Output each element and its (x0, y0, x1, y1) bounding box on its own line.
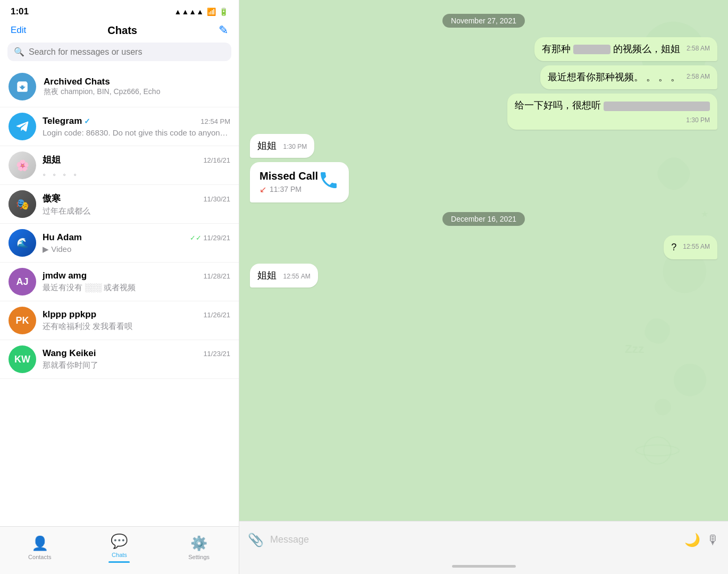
chat-item-telegram[interactable]: Telegram ✓ 12:54 PM Login code: 86830. D… (0, 107, 239, 146)
chat-date-jmdw: 11/28/21 (203, 272, 230, 280)
chat-date-aokhan: 11/30/21 (203, 195, 230, 203)
chat-info-jiejie: 姐姐 12/16/21 。 。 。 。 (43, 154, 230, 178)
contacts-icon: 👤 (31, 535, 48, 552)
nav-chats-label: Chats (112, 552, 127, 558)
chat-preview-telegram: Login code: 86830. Do not give this code… (43, 128, 230, 137)
chat-date-telegram: 12:54 PM (200, 117, 230, 125)
signal-icon: ▲▲▲▲ (174, 7, 204, 16)
chat-top-row-wang: Wang Keikei 11/23/21 (43, 348, 230, 359)
verified-badge: ✓ (84, 117, 90, 125)
message-3: 给一下好吗，很想听 1:30 PM (250, 94, 717, 129)
chat-preview-huadam: ▶ Video (43, 244, 230, 254)
chat-top-row: Telegram ✓ 12:54 PM (43, 116, 230, 126)
message-text-3: 给一下好吗，很想听 (515, 100, 710, 111)
message-bubble-4: 姐姐 1:30 PM (250, 134, 314, 158)
search-input[interactable] (29, 47, 225, 57)
nav-chats[interactable]: 💬 Chats (98, 533, 140, 563)
chats-header: Edit Chats ✎ (0, 20, 239, 43)
chat-info-huadam: Hu Adam ✓✓ 11/29/21 ▶ Video (43, 232, 230, 254)
chat-top-row-aokhan: 傲寒 11/30/21 (43, 192, 230, 205)
chat-item-jmdw[interactable]: AJ jmdw amg 11/28/21 最近有没有 ░░░ 或者视频 (0, 263, 239, 301)
call-phone-icon (318, 170, 339, 195)
chat-name-klppp: klppp ppkpp (43, 309, 96, 320)
chat-name-jiejie: 姐姐 (43, 154, 61, 166)
nav-contacts-label: Contacts (28, 554, 51, 560)
chat-item-jiejie[interactable]: 🌸 姐姐 12/16/21 。 。 。 。 (0, 146, 239, 185)
home-indicator (239, 558, 728, 574)
chat-area: November 27, 2021 有那种 的视频么，姐姐 2:58 AM 最近… (239, 0, 728, 521)
chat-name-telegram: Telegram ✓ (43, 116, 90, 126)
chat-date-huadam: ✓✓ 11/29/21 (190, 234, 230, 242)
blurred-1 (573, 45, 610, 54)
chat-item-huadam[interactable]: 🌊 Hu Adam ✓✓ 11/29/21 ▶ Video (0, 224, 239, 263)
call-time: 11:37 PM (270, 185, 302, 193)
message-text-4: 姐姐 (257, 140, 277, 151)
archived-chats-item[interactable]: Archived Chats 熬夜 champion, BIN, Cpz666,… (0, 66, 239, 107)
bottom-nav: 👤 Contacts 💬 Chats ⚙️ Settings (0, 526, 239, 574)
message-time-6: 12:55 AM (683, 243, 710, 250)
message-text-1: 有那种 的视频么，姐姐 (542, 44, 680, 54)
call-info: Missed Call ↙ 11:37 PM (260, 170, 318, 195)
message-2: 最近想看你那种视频。 。 。 。 2:58 AM (250, 65, 717, 89)
avatar-huadam: 🌊 (9, 229, 36, 257)
chat-name-wang: Wang Keikei (43, 348, 96, 359)
chat-name-jmdw: jmdw amg (43, 271, 87, 281)
chat-top-row-klppp: klppp ppkpp 11/26/21 (43, 309, 230, 320)
nav-contacts[interactable]: 👤 Contacts (19, 535, 61, 560)
message-5-call: Missed Call ↙ 11:37 PM (250, 162, 717, 202)
home-bar (452, 565, 516, 568)
message-time-3: 1:30 PM (686, 116, 710, 124)
chat-name-huadam: Hu Adam (43, 232, 82, 243)
message-time-4: 1:30 PM (283, 143, 307, 150)
status-icons: ▲▲▲▲ 📶 🔋 (174, 7, 228, 16)
message-text-2: 最近想看你那种视频。 。 。 。 (548, 72, 680, 82)
message-bubble-1: 有那种 的视频么，姐姐 2:58 AM (534, 37, 717, 61)
message-bubble-7: 姐姐 12:55 AM (250, 264, 318, 288)
chat-item-wang[interactable]: KW Wang Keikei 11/23/21 那就看你时间了 (0, 340, 239, 379)
chat-preview-jmdw: 最近有没有 ░░░ 或者视频 (43, 283, 230, 293)
message-time-1: 2:58 AM (687, 45, 710, 52)
message-text-6: ? (671, 242, 676, 252)
message-1: 有那种 的视频么，姐姐 2:58 AM (250, 37, 717, 61)
chat-info-jmdw: jmdw amg 11/28/21 最近有没有 ░░░ 或者视频 (43, 271, 230, 293)
battery-icon: 🔋 (219, 7, 228, 16)
archived-info: Archived Chats 熬夜 champion, BIN, Cpz666,… (44, 77, 230, 97)
chat-top-row-jiejie: 姐姐 12/16/21 (43, 154, 230, 166)
chat-item-aokhan[interactable]: 🎭 傲寒 11/30/21 过年在成都么 (0, 185, 239, 224)
mic-button[interactable]: 🎙 (707, 533, 719, 547)
compose-button[interactable]: ✎ (219, 23, 228, 37)
attach-button[interactable]: 📎 (248, 533, 264, 547)
avatar-telegram (9, 113, 36, 140)
search-bar[interactable]: 🔍 (7, 43, 231, 61)
settings-icon: ⚙️ (190, 535, 207, 552)
date-divider-dec: December 16, 2021 (250, 212, 717, 226)
call-time-row: ↙ 11:37 PM (260, 184, 318, 195)
call-title: Missed Call (260, 170, 318, 182)
chat-info-wang: Wang Keikei 11/23/21 那就看你时间了 (43, 348, 230, 370)
nav-settings-label: Settings (188, 554, 210, 560)
nav-settings[interactable]: ⚙️ Settings (178, 535, 220, 560)
active-indicator (108, 561, 130, 563)
message-bubble-call: Missed Call ↙ 11:37 PM (250, 162, 349, 202)
message-input[interactable] (270, 534, 678, 545)
archived-avatar (9, 73, 36, 100)
avatar-aokhan: 🎭 (9, 190, 36, 218)
missed-call-arrow: ↙ (260, 184, 266, 195)
message-7: 姐姐 12:55 AM (250, 264, 717, 288)
chat-date-klppp: 11/26/21 (203, 311, 230, 319)
left-panel: 1:01 ▲▲▲▲ 📶 🔋 Edit Chats ✎ 🔍 Archived Ch… (0, 0, 239, 574)
right-panel: ★ ★ ★ Zzz November 27, 2021 有那种 的视频么，姐姐 … (239, 0, 728, 574)
chat-date-jiejie: 12/16/21 (203, 156, 230, 164)
message-4: 姐姐 1:30 PM (250, 134, 717, 158)
chat-preview-klppp: 还有啥福利没 发我看看呗 (43, 322, 230, 332)
status-bar: 1:01 ▲▲▲▲ 📶 🔋 (0, 0, 239, 20)
chat-item-klppp[interactable]: PK klppp ppkpp 11/26/21 还有啥福利没 发我看看呗 (0, 301, 239, 340)
archived-title: Archived Chats (44, 77, 230, 87)
chats-icon: 💬 (111, 533, 128, 550)
edit-button[interactable]: Edit (11, 25, 26, 36)
message-time-2: 2:58 AM (687, 73, 710, 80)
message-text-7: 姐姐 (257, 270, 277, 281)
emoji-button[interactable]: 🌙 (684, 533, 700, 547)
chat-top-row-jmdw: jmdw amg 11/28/21 (43, 271, 230, 281)
message-bubble-6: ? 12:55 AM (664, 235, 717, 259)
